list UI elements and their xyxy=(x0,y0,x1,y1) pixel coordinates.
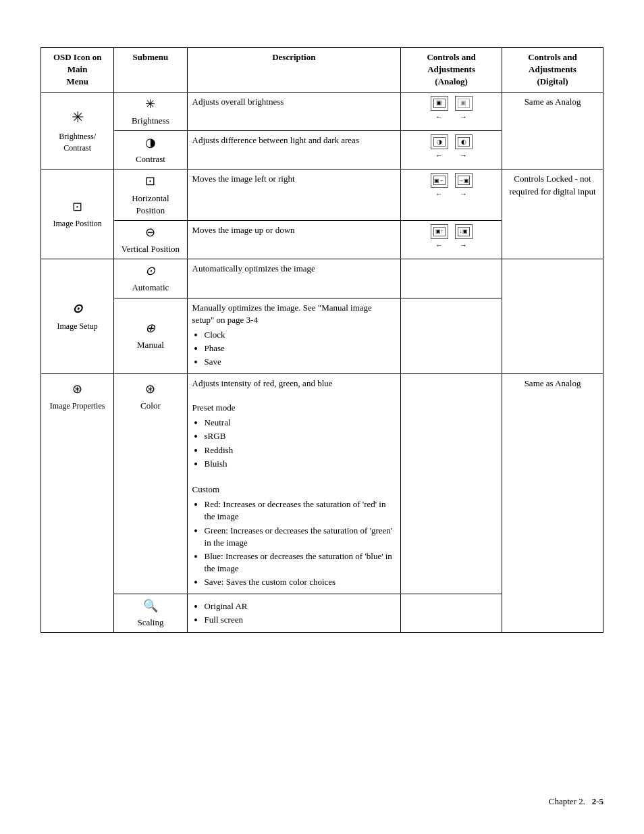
digital-image-position: Controls Locked - not required for digit… xyxy=(502,170,603,259)
header-osd: OSD Icon on MainMenu xyxy=(41,48,114,93)
submenu-color: ⊛ Color xyxy=(114,373,187,594)
desc-manual: Manually optimizes the image. See "Manua… xyxy=(187,298,401,373)
header-submenu: Submenu xyxy=(114,48,187,93)
digital-color: Same as Analog xyxy=(502,373,603,632)
submenu-contrast: ◑ Contrast xyxy=(114,130,187,169)
analog-vertical-position: ▣↑ ← ↓▣ → xyxy=(401,220,502,259)
analog-manual xyxy=(401,298,502,373)
submenu-horizontal-position: ⊡ Horizontal Position xyxy=(114,170,187,221)
table-row: ⊙ Image Setup ⊙ Automatic Automatically … xyxy=(41,259,603,298)
table-row: ✳ Brightness/Contrast ✳ Brightness Adjus… xyxy=(41,92,603,130)
analog-color xyxy=(401,373,502,594)
osd-icon-image-setup: ⊙ Image Setup xyxy=(41,259,114,373)
osd-icon-image-properties: ⊛ Image Properties xyxy=(41,373,114,632)
submenu-automatic: ⊙ Automatic xyxy=(114,259,187,298)
analog-brightness: ▣ ← ▣ → xyxy=(401,92,502,130)
digital-automatic xyxy=(502,259,603,373)
desc-horizontal-position: Moves the image left or right xyxy=(187,170,401,221)
page-number: 2-5 xyxy=(592,796,603,806)
analog-automatic xyxy=(401,259,502,298)
desc-color: Adjusts intensity of red, green, and blu… xyxy=(187,373,401,594)
page-footer: Chapter 2. 2-5 xyxy=(549,796,603,807)
submenu-brightness: ✳ Brightness xyxy=(114,92,187,130)
analog-scaling xyxy=(401,594,502,632)
chapter-label: Chapter 2. xyxy=(549,796,585,806)
desc-scaling: Original AR Full screen xyxy=(187,594,401,632)
table-row: ⊛ Image Properties ⊛ Color Adjusts inten… xyxy=(41,373,603,594)
header-digital: Controls andAdjustments(Digital) xyxy=(502,48,603,93)
analog-horizontal-position: ▣← ← →▣ → xyxy=(401,170,502,221)
header-description: Description xyxy=(187,48,401,93)
desc-automatic: Automatically optimizes the image xyxy=(187,259,401,298)
analog-contrast: ◑ ← ◐ → xyxy=(401,130,502,169)
desc-contrast: Adjusts difference between light and dar… xyxy=(187,130,401,169)
digital-brightness: Same as Analog xyxy=(502,92,603,170)
desc-vertical-position: Moves the image up or down xyxy=(187,220,401,259)
osd-icon-brightness-contrast: ✳ Brightness/Contrast xyxy=(41,92,114,170)
osd-icon-image-position: ⊡ Image Position xyxy=(41,170,114,259)
submenu-scaling: 🔍 Scaling xyxy=(114,594,187,632)
main-table: OSD Icon on MainMenu Submenu Description… xyxy=(41,47,603,633)
header-analog: Controls andAdjustments(Analog) xyxy=(401,48,502,93)
submenu-vertical-position: ⊖ Vertical Position xyxy=(114,220,187,259)
table-row: ⊡ Image Position ⊡ Horizontal Position M… xyxy=(41,170,603,221)
desc-brightness: Adjusts overall brightness xyxy=(187,92,401,130)
submenu-manual: ⊕ Manual xyxy=(114,298,187,373)
